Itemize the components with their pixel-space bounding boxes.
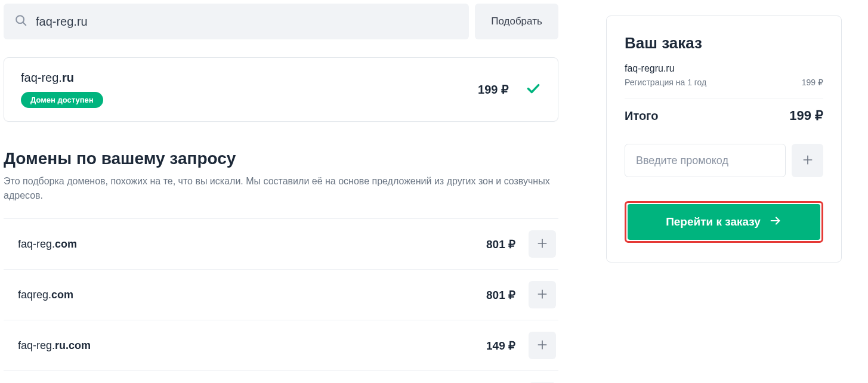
search-input[interactable] [36,15,458,29]
search-bar: Подобрать [4,4,558,39]
selected-domain-name: faq-reg.ru [21,71,478,85]
domain-tld: com [55,238,77,250]
domain-base: faq-reg. [18,339,55,351]
domain-tld: ru [62,71,74,84]
plus-icon [536,237,548,251]
domain-tld: ru.com [55,339,91,351]
order-item-name: faq-regru.ru [625,63,823,74]
checkout-button[interactable]: Перейти к заказу [628,204,820,240]
availability-badge: Домен доступен [21,92,103,108]
order-panel: Ваш заказ faq-regru.ru Регистрация на 1 … [606,16,842,262]
promo-code-input[interactable] [625,144,786,177]
promo-apply-button[interactable] [792,144,823,177]
suggestion-price: 801 ₽ [486,237,515,251]
suggestion-row: faq-reg.com 801 ₽ [4,219,558,270]
order-line-label: Регистрация на 1 год [625,78,706,87]
suggestions-description: Это подборка доменов, похожих на те, что… [4,174,558,203]
suggestion-row: faqreg.ru.com 149 ₽ [4,371,558,383]
suggestions-list: faq-reg.com 801 ₽ faqreg.com 801 ₽ [4,218,558,383]
order-line-price: 199 ₽ [802,78,823,87]
domain-base: faq-reg. [18,238,55,250]
order-total-row: Итого 199 ₽ [625,108,823,123]
check-icon [526,81,541,98]
search-box[interactable] [4,4,469,39]
domain-base: faq-reg. [21,71,62,84]
add-domain-button[interactable] [529,332,556,359]
plus-icon [536,339,548,353]
add-domain-button[interactable] [529,281,556,308]
search-submit-button[interactable]: Подобрать [475,4,558,39]
domain-base: faqreg. [18,289,51,301]
suggestion-domain[interactable]: faq-reg.com [18,238,486,251]
promo-row [625,144,823,177]
checkout-highlight: Перейти к заказу [625,201,823,243]
domain-tld: com [51,289,73,301]
plus-icon [536,288,548,302]
suggestion-row: faq-reg.ru.com 149 ₽ [4,320,558,371]
suggestion-price: 149 ₽ [486,339,515,353]
order-line: Регистрация на 1 год 199 ₽ [625,78,823,98]
selected-domain-price: 199 ₽ [478,82,509,97]
svg-line-1 [23,22,26,25]
suggestion-price: 801 ₽ [486,288,515,302]
order-title: Ваш заказ [625,34,823,52]
suggestions-heading: Домены по вашему запросу [4,149,558,168]
suggestion-domain[interactable]: faq-reg.ru.com [18,339,486,352]
suggestion-row: faqreg.com 801 ₽ [4,270,558,320]
plus-icon [802,154,814,168]
checkout-button-label: Перейти к заказу [666,215,761,228]
search-icon [14,14,27,29]
add-domain-button[interactable] [529,230,556,258]
order-total-label: Итого [625,109,658,123]
order-total-value: 199 ₽ [789,108,823,123]
arrow-right-icon [769,214,782,230]
selected-domain-card: faq-reg.ru Домен доступен 199 ₽ [4,57,558,122]
suggestion-domain[interactable]: faqreg.com [18,289,486,301]
